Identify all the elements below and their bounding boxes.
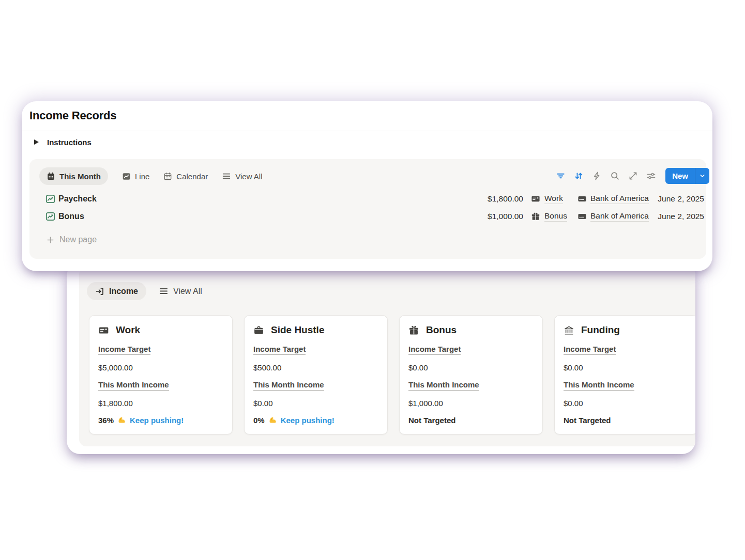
card-funding[interactable]: Funding Income Target $0.00 This Month I…: [554, 315, 695, 434]
record-account[interactable]: Bank of America: [590, 211, 649, 222]
briefcase-icon: [253, 325, 264, 336]
tab-label: View All: [235, 172, 262, 181]
record-amount[interactable]: $1,000.00: [451, 212, 523, 221]
status-line: 0% Keep pushing!: [253, 416, 378, 425]
list-icon: [222, 172, 231, 181]
list-icon: [159, 286, 169, 296]
filter-icon[interactable]: [556, 171, 566, 181]
credit-card-icon: [577, 212, 587, 221]
tab-view-all[interactable]: View All: [222, 172, 262, 181]
tab-view-all[interactable]: View All: [159, 286, 202, 296]
new-page-label: New page: [59, 235, 97, 244]
card-title: Work: [116, 324, 140, 336]
instructions-toggle[interactable]: Instructions: [34, 135, 92, 149]
record-date[interactable]: June 2, 2025: [658, 212, 704, 221]
income-records-panel: Income Records Instructions This Month L…: [22, 101, 712, 271]
chevron-down-icon[interactable]: [695, 168, 709, 184]
progress-percent: 36%: [98, 416, 114, 425]
field-label-month-income[interactable]: This Month Income: [98, 380, 169, 391]
record-account[interactable]: Bank of America: [590, 194, 649, 204]
instructions-label: Instructions: [47, 138, 92, 147]
muscle-emoji: [117, 416, 126, 425]
tab-label: Line: [135, 172, 149, 181]
tab-label: Calendar: [176, 172, 208, 181]
record-category[interactable]: Work: [544, 194, 563, 204]
field-value-income-target: $0.00: [408, 363, 534, 372]
tab-label: This Month: [59, 172, 101, 181]
card-icon: [531, 194, 540, 204]
lightning-icon[interactable]: [592, 171, 602, 181]
new-button-label[interactable]: New: [665, 168, 695, 184]
sort-icon[interactable]: [574, 171, 584, 181]
field-label-month-income[interactable]: This Month Income: [253, 380, 324, 391]
gallery-tabs: Income View All: [87, 282, 202, 300]
line-chart-icon: [122, 172, 131, 181]
bank-icon: [564, 325, 574, 336]
field-value-month-income: $1,000.00: [408, 399, 534, 408]
calendar-outline-icon: [163, 172, 172, 181]
card-bonus[interactable]: Bonus Income Target $0.00 This Month Inc…: [399, 315, 543, 434]
field-label-month-income[interactable]: This Month Income: [564, 380, 634, 391]
gallery-cards: Work Income Target $5,000.00 This Month …: [89, 315, 695, 434]
tab-label: Income: [109, 287, 138, 296]
status-line: Not Targeted: [564, 416, 689, 425]
record-title: Paycheck: [58, 194, 97, 204]
gift-icon: [408, 325, 419, 336]
field-label-month-income[interactable]: This Month Income: [408, 380, 479, 391]
tab-this-month[interactable]: This Month: [39, 167, 108, 185]
triangle-right-icon: [34, 139, 39, 145]
field-value-income-target: $500.00: [253, 363, 378, 372]
card-title: Funding: [581, 324, 620, 336]
page-title: Income Records: [29, 109, 116, 122]
enter-icon: [95, 287, 104, 296]
field-value-income-target: $5,000.00: [98, 363, 223, 372]
field-value-month-income: $1,800.00: [98, 399, 223, 408]
field-value-month-income: $0.00: [253, 399, 378, 408]
new-page-button[interactable]: New page: [29, 231, 97, 248]
card-icon: [98, 325, 109, 336]
card-side-hustle[interactable]: Side Hustle Income Target $500.00 This M…: [244, 315, 388, 434]
status-message: Keep pushing!: [130, 416, 184, 425]
card-work[interactable]: Work Income Target $5,000.00 This Month …: [89, 315, 233, 434]
status-line: Not Targeted: [408, 416, 534, 425]
sliders-icon[interactable]: [646, 171, 656, 181]
field-label-income-target[interactable]: Income Target: [564, 345, 616, 355]
calendar-icon: [47, 172, 55, 181]
title-divider: [22, 131, 712, 131]
card-title: Side Hustle: [271, 324, 324, 336]
field-value-income-target: $0.00: [564, 363, 689, 372]
trend-chart-icon: [45, 212, 55, 222]
muscle-emoji: [268, 416, 277, 425]
plus-icon: [46, 236, 55, 244]
expand-icon[interactable]: [628, 171, 638, 181]
gallery-view-container: Income View All Work Income Target $5,00…: [79, 268, 695, 446]
search-icon[interactable]: [610, 171, 620, 181]
trend-chart-icon: [45, 194, 55, 204]
credit-card-icon: [577, 194, 587, 204]
income-gallery-panel: Income View All Work Income Target $5,00…: [67, 262, 695, 454]
record-amount[interactable]: $1,800.00: [451, 194, 523, 204]
tab-label: View All: [173, 287, 202, 296]
field-value-month-income: $0.00: [564, 399, 689, 408]
new-button[interactable]: New: [665, 168, 709, 184]
status-message: Not Targeted: [408, 416, 455, 425]
gift-icon: [531, 212, 540, 221]
tab-income[interactable]: Income: [87, 282, 146, 300]
card-title: Bonus: [426, 324, 457, 336]
tab-line[interactable]: Line: [122, 172, 149, 181]
view-tabs: This Month Line Calendar View All: [39, 167, 262, 185]
progress-percent: 0%: [253, 416, 265, 425]
record-category[interactable]: Bonus: [544, 211, 567, 222]
table-row[interactable]: Bonus $1,000.00 Bonus Bank of America Ju…: [29, 208, 706, 225]
status-message: Not Targeted: [564, 416, 611, 425]
view-toolbar: New: [556, 168, 709, 184]
status-line: 36% Keep pushing!: [98, 416, 223, 425]
field-label-income-target[interactable]: Income Target: [98, 345, 150, 355]
tab-calendar[interactable]: Calendar: [163, 172, 208, 181]
table-row[interactable]: Paycheck $1,800.00 Work Bank of America …: [29, 190, 706, 208]
record-date[interactable]: June 2, 2025: [658, 194, 704, 204]
field-label-income-target[interactable]: Income Target: [408, 345, 461, 355]
field-label-income-target[interactable]: Income Target: [253, 345, 306, 355]
status-message: Keep pushing!: [281, 416, 335, 425]
record-title: Bonus: [58, 212, 84, 221]
